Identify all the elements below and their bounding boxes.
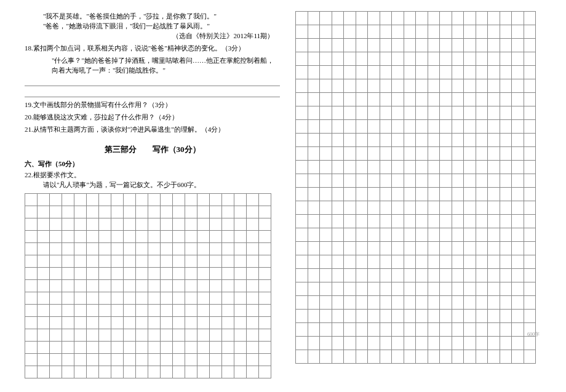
writing-cell[interactable] <box>476 350 488 364</box>
writing-cell[interactable] <box>512 337 524 350</box>
writing-cell[interactable] <box>222 280 234 292</box>
writing-cell[interactable] <box>308 79 320 93</box>
writing-cell[interactable] <box>222 366 234 378</box>
writing-cell[interactable] <box>320 215 332 228</box>
writing-cell[interactable] <box>296 79 308 93</box>
writing-cell[interactable] <box>440 282 452 296</box>
writing-cell[interactable] <box>344 134 356 147</box>
writing-cell[interactable] <box>368 228 380 242</box>
writing-cell[interactable] <box>488 12 500 25</box>
writing-cell[interactable] <box>296 215 308 228</box>
writing-cell[interactable] <box>50 268 62 280</box>
writing-cell[interactable] <box>320 269 332 282</box>
writing-cell[interactable] <box>197 329 210 342</box>
writing-cell[interactable] <box>428 161 440 174</box>
writing-cell[interactable] <box>234 366 247 378</box>
writing-cell[interactable] <box>344 52 356 66</box>
writing-cell[interactable] <box>296 201 308 215</box>
writing-cell[interactable] <box>332 161 344 174</box>
writing-cell[interactable] <box>404 52 416 66</box>
writing-cell[interactable] <box>247 280 259 292</box>
writing-cell[interactable] <box>87 243 99 255</box>
writing-cell[interactable] <box>148 243 161 255</box>
writing-cell[interactable] <box>136 329 148 342</box>
writing-cell[interactable] <box>296 52 308 66</box>
writing-cell[interactable] <box>428 201 440 215</box>
writing-cell[interactable] <box>440 269 452 282</box>
writing-cell[interactable] <box>476 282 488 296</box>
writing-cell[interactable] <box>488 161 500 174</box>
writing-cell[interactable] <box>440 106 452 120</box>
writing-cell[interactable] <box>344 255 356 269</box>
writing-cell[interactable] <box>296 255 308 269</box>
writing-cell[interactable] <box>259 280 271 292</box>
writing-cell[interactable] <box>500 52 512 66</box>
writing-cell[interactable] <box>197 206 210 218</box>
writing-cell[interactable] <box>440 161 452 174</box>
writing-cell[interactable] <box>308 242 320 255</box>
writing-cell[interactable] <box>210 317 222 329</box>
writing-cell[interactable] <box>247 194 259 206</box>
writing-cell[interactable] <box>296 242 308 255</box>
writing-cell[interactable] <box>210 354 222 366</box>
writing-cell[interactable] <box>440 296 452 310</box>
writing-cell[interactable] <box>404 337 416 350</box>
writing-cell[interactable] <box>416 66 428 79</box>
writing-cell[interactable] <box>452 337 464 350</box>
writing-cell[interactable] <box>136 366 148 378</box>
writing-cell[interactable] <box>136 305 148 317</box>
writing-cell[interactable] <box>464 215 476 228</box>
writing-cell[interactable] <box>308 282 320 296</box>
writing-cell[interactable] <box>392 66 404 79</box>
writing-cell[interactable] <box>440 93 452 106</box>
writing-cell[interactable] <box>464 120 476 134</box>
writing-cell[interactable] <box>380 120 392 134</box>
writing-cell[interactable] <box>185 194 197 206</box>
writing-cell[interactable] <box>332 215 344 228</box>
writing-cell[interactable] <box>512 12 524 25</box>
writing-cell[interactable] <box>222 317 234 329</box>
writing-cell[interactable] <box>416 201 428 215</box>
writing-cell[interactable] <box>476 242 488 255</box>
writing-cell[interactable] <box>428 120 440 134</box>
writing-cell[interactable] <box>488 350 500 364</box>
writing-cell[interactable] <box>524 25 536 39</box>
writing-cell[interactable] <box>476 79 488 93</box>
writing-cell[interactable] <box>308 66 320 79</box>
writing-cell[interactable] <box>440 134 452 147</box>
writing-cell[interactable] <box>416 147 428 161</box>
writing-cell[interactable] <box>332 52 344 66</box>
writing-cell[interactable] <box>308 120 320 134</box>
writing-cell[interactable] <box>124 218 136 231</box>
writing-cell[interactable] <box>524 79 536 93</box>
writing-cell[interactable] <box>173 342 185 354</box>
writing-cell[interactable] <box>368 12 380 25</box>
writing-cell[interactable] <box>38 366 50 378</box>
writing-cell[interactable] <box>488 106 500 120</box>
writing-cell[interactable] <box>440 323 452 337</box>
writing-cell[interactable] <box>416 120 428 134</box>
writing-cell[interactable] <box>464 66 476 79</box>
writing-cell[interactable] <box>111 280 124 292</box>
writing-cell[interactable] <box>210 231 222 243</box>
writing-cell[interactable] <box>185 329 197 342</box>
writing-cell[interactable] <box>488 310 500 323</box>
writing-cell[interactable] <box>173 206 185 218</box>
writing-cell[interactable] <box>320 25 332 39</box>
writing-cell[interactable] <box>332 147 344 161</box>
writing-cell[interactable] <box>512 228 524 242</box>
writing-cell[interactable] <box>161 354 173 366</box>
writing-cell[interactable] <box>356 161 368 174</box>
writing-cell[interactable] <box>368 255 380 269</box>
writing-cell[interactable] <box>136 231 148 243</box>
writing-cell[interactable] <box>332 12 344 25</box>
writing-cell[interactable] <box>500 39 512 52</box>
writing-cell[interactable] <box>185 255 197 268</box>
writing-cell[interactable] <box>247 366 259 378</box>
writing-cell[interactable] <box>332 201 344 215</box>
writing-cell[interactable] <box>452 147 464 161</box>
writing-cell[interactable] <box>222 329 234 342</box>
writing-cell[interactable] <box>308 106 320 120</box>
writing-cell[interactable] <box>440 52 452 66</box>
writing-cell[interactable] <box>512 25 524 39</box>
